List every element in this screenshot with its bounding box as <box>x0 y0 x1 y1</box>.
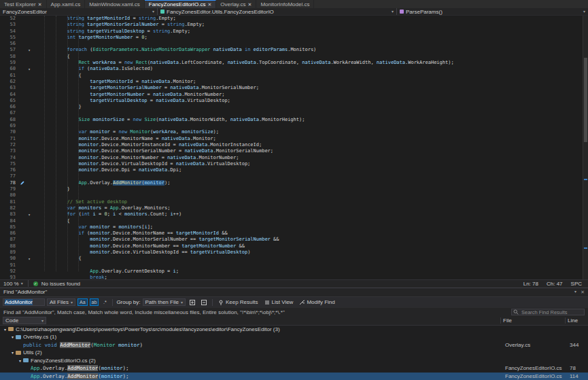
code-line[interactable]: 93 break; <box>0 275 588 279</box>
code-line[interactable]: 74 monitor.Device.MonitorNumber = native… <box>0 155 588 161</box>
code-line[interactable]: 68 Size monitorSize = new Size(nativeDat… <box>0 117 588 123</box>
expand-all-button[interactable] <box>188 298 197 306</box>
code-line[interactable]: 83▾ for (int i = 0; i < monitors.Count; … <box>0 211 588 218</box>
code-line[interactable]: 84 { <box>0 218 588 224</box>
match-case-toggle[interactable]: Aa <box>77 298 88 306</box>
code-line[interactable]: 69 <box>0 123 588 129</box>
scope-dropdown[interactable]: All Files ▾ <box>47 298 75 306</box>
code-line[interactable]: 82 var monitors = App.Overlay.Monitors; <box>0 205 588 211</box>
tree-expander-icon[interactable]: ▾ <box>17 358 23 363</box>
modify-find-button[interactable]: Modify Find <box>297 298 336 307</box>
type-dropdown[interactable]: FancyZonesEditor.Utils.FancyZonesEditorI… <box>158 8 397 15</box>
code-line[interactable]: 57▾ foreach (EditorParameters.NativeMoni… <box>0 47 588 53</box>
code-line[interactable]: 56 <box>0 41 588 47</box>
results-search-box[interactable] <box>511 309 585 315</box>
fold-chevron-icon[interactable]: ▾ <box>26 211 33 218</box>
member-dropdown[interactable]: ParseParams() ▾ <box>397 8 588 15</box>
collapse-all-button[interactable] <box>199 298 209 306</box>
result-kind-dropdown[interactable]: Code ▾ <box>3 317 46 324</box>
fold-chevron-icon[interactable]: ▾ <box>26 47 33 53</box>
code-line[interactable]: 77 <box>0 173 588 179</box>
code-line[interactable]: 85 var monitor = monitors[i]; <box>0 224 588 230</box>
code-line[interactable]: 75 monitor.Device.VirtualDesktopId = nat… <box>0 161 588 167</box>
code-line[interactable]: 78 App.Overlay.AddMonitor(monitor); <box>0 180 588 186</box>
code-line[interactable]: 76 monitor.Device.Dpi = nativeData.Dpi; <box>0 167 588 173</box>
code-line[interactable]: 66 } <box>0 104 588 110</box>
close-icon[interactable]: ✕ <box>581 290 585 295</box>
search-icon <box>513 309 519 315</box>
result-group-label: Utils (2) <box>23 349 503 356</box>
health-check-icon[interactable]: ✓ <box>33 281 38 286</box>
document-tab[interactable]: Overlay.cs✕ <box>216 0 256 8</box>
find-panel-title-bar[interactable]: Find "AddMonitor" ▾ ✕ <box>0 288 588 297</box>
result-row[interactable]: ▾Utils (2) <box>0 349 588 357</box>
result-row[interactable]: ▾FancyZonesEditorIO.cs (2) <box>0 357 588 365</box>
close-icon[interactable]: ✕ <box>207 2 211 7</box>
code-line[interactable]: 53 string targetMonitorSerialNumber = st… <box>0 22 588 28</box>
code-line[interactable]: 67 <box>0 110 588 116</box>
space-mode-indicator[interactable]: SPC <box>571 281 582 287</box>
document-tab[interactable]: MainWindow.xaml.cs <box>85 0 145 8</box>
result-row[interactable]: App.Overlay.AddMonitor(monitor);FancyZon… <box>0 373 588 380</box>
document-tab[interactable]: Test Explorer✕ <box>0 0 47 8</box>
result-row[interactable]: App.Overlay.AddMonitor(monitor);FancyZon… <box>0 364 588 373</box>
code-line[interactable]: 89 monitor.Device.VirtualDesktopId == ta… <box>0 249 588 256</box>
code-line[interactable]: 79 } <box>0 186 588 192</box>
code-line[interactable]: 62 targetMonitorId = nativeData.Monitor; <box>0 79 588 85</box>
code-line[interactable]: 91 <box>0 262 588 269</box>
keep-results-toggle[interactable]: Keep Results <box>216 298 260 307</box>
code-line[interactable]: 87 monitor.Device.MonitorSerialNumber ==… <box>0 237 588 243</box>
code-line[interactable]: 71 monitor.Device.MonitorName = nativeDa… <box>0 136 588 142</box>
code-token: targetMonitorNumber <box>78 35 133 40</box>
code-token: .WorkAreaWidth, <box>330 60 376 65</box>
code-line[interactable]: 86 if (monitor.Device.MonitorName == tar… <box>0 230 588 237</box>
code-line[interactable]: 80 <box>0 192 588 198</box>
column-header-file[interactable]: File <box>500 317 565 324</box>
code-line[interactable]: 88 monitor.Device.MonitorNumber == targe… <box>0 243 588 249</box>
code-line[interactable]: 63 targetMonitorSerialNumber = nativeDat… <box>0 85 588 91</box>
regex-toggle[interactable]: .* <box>101 298 109 306</box>
scrollbar-thumb[interactable] <box>584 58 587 142</box>
code-token: .Overlay.Monitors; <box>118 205 170 211</box>
code-line[interactable]: 90▾ { <box>0 256 588 262</box>
document-tab[interactable]: FancyZonesEditorIO.cs✕ <box>145 0 216 8</box>
issues-status[interactable]: No issues found <box>41 281 80 287</box>
zoom-selector[interactable]: 100 % ▾ <box>3 281 23 287</box>
code-line[interactable]: 59 Rect workArea = new Rect(nativeData.L… <box>0 60 588 66</box>
result-row[interactable]: ▾C:\Users\zhaopengwang\Desktop\powertoys… <box>0 326 588 334</box>
document-tab[interactable]: MonitorInfoModel.cs <box>256 0 314 8</box>
close-icon[interactable]: ✕ <box>248 2 252 7</box>
document-tab[interactable]: App.xaml.cs <box>47 0 86 8</box>
result-row[interactable]: ▾Overlay.cs (1) <box>0 333 588 341</box>
code-editor[interactable]: 52 string targetMonitorId = string.Empty… <box>0 16 588 279</box>
tree-expander-icon[interactable]: ▾ <box>10 350 16 355</box>
editor-scrollbar[interactable] <box>583 16 588 279</box>
code-line[interactable]: 65 targetVirtualDesktop = nativeData.Vir… <box>0 98 588 104</box>
code-line[interactable]: 70 var monitor = new Monitor(workArea, m… <box>0 129 588 135</box>
results-search-input[interactable] <box>520 309 583 316</box>
code-line[interactable]: 54 string targetVirtualDesktop = string.… <box>0 29 588 35</box>
fold-chevron-icon[interactable]: ▾ <box>26 66 33 72</box>
window-menu-icon[interactable]: ▾ <box>574 290 576 295</box>
group-by-dropdown[interactable]: Path then File ▾ <box>143 298 186 306</box>
tree-expander-icon[interactable]: ▾ <box>10 334 16 339</box>
code-line[interactable]: 58 { <box>0 54 588 60</box>
code-line[interactable]: 55 int targetMonitorNumber = 0; <box>0 35 588 41</box>
code-line[interactable]: 92 App.Overlay.CurrentDesktop = i; <box>0 269 588 275</box>
close-icon[interactable]: ✕ <box>38 2 42 7</box>
code-line[interactable]: 60▾ if (nativeData.IsSelected) <box>0 66 588 72</box>
code-line[interactable]: 72 monitor.Device.MonitorInstanceId = na… <box>0 142 588 148</box>
tree-expander-icon[interactable]: ▾ <box>2 327 8 332</box>
code-line[interactable]: 64 targetMonitorNumber = nativeData.Moni… <box>0 92 588 98</box>
code-line[interactable]: 73 monitor.Device.MonitorSerialNumber = … <box>0 148 588 154</box>
result-row[interactable]: public void AddMonitor(Monitor monitor)O… <box>0 341 588 349</box>
code-line[interactable]: 61 { <box>0 73 588 79</box>
find-query-input[interactable]: AddMonitor <box>3 298 45 306</box>
code-line[interactable]: 81 // Set active desktop <box>0 199 588 205</box>
project-dropdown[interactable]: FancyZonesEditor ▾ <box>0 8 158 15</box>
list-view-toggle[interactable]: List View <box>262 298 296 307</box>
column-header-line[interactable]: Line <box>565 317 585 324</box>
fold-chevron-icon[interactable]: ▾ <box>26 256 33 262</box>
whole-word-toggle[interactable]: ab <box>90 298 99 306</box>
code-line[interactable]: 52 string targetMonitorId = string.Empty… <box>0 16 588 22</box>
